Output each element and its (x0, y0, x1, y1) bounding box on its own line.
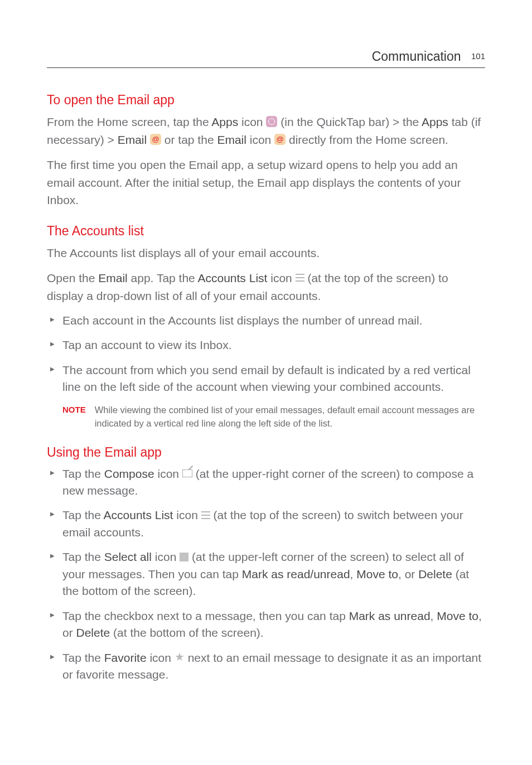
text-run: icon (267, 272, 295, 284)
text-emphasis-move-to: Move to (437, 609, 478, 622)
list-item: The account from which you send email by… (50, 362, 485, 396)
text-run: icon (246, 133, 274, 146)
text-emphasis-mark-read: Mark as read/unread (242, 568, 350, 580)
text-run: icon (238, 115, 266, 128)
para-open-email-instructions: From the Home screen, tap the Apps icon … (47, 113, 485, 148)
text-emphasis-compose: Compose (104, 467, 154, 480)
accounts-bullet-list: Each account in the Accounts list displa… (50, 312, 485, 396)
text-run: or tap the (161, 133, 217, 146)
text-run: icon (173, 509, 201, 521)
list-item: Tap an account to view its Inbox. (50, 337, 485, 354)
text-run: Tap the checkbox next to a message, then… (62, 609, 349, 622)
text-run: (at the bottom of the screen). (110, 626, 263, 639)
list-item: Tap the Favorite icon ★ next to an email… (50, 650, 485, 684)
text-run: (in the QuickTap bar) > the (277, 115, 422, 128)
text-emphasis-accounts-list: Accounts List (197, 272, 267, 284)
note-label: NOTE (62, 404, 86, 414)
text-run: Open the (47, 272, 98, 284)
text-emphasis-select-all: Select all (104, 550, 152, 563)
text-run: From the Home screen, tap the (47, 115, 211, 128)
text-emphasis-apps: Apps (211, 115, 238, 128)
heading-using-email: Using the Email app (47, 445, 485, 460)
text-emphasis-move-to: Move to (356, 568, 398, 580)
list-item: Tap the Accounts List icon (at the top o… (50, 507, 485, 541)
select-all-icon (180, 553, 188, 561)
list-item: Each account in the Accounts list displa… (50, 312, 485, 329)
text-emphasis-accounts-list: Accounts List (104, 509, 173, 521)
para-first-time-setup: The first time you open the Email app, a… (47, 156, 485, 209)
list-item: Tap the checkbox next to a message, then… (50, 608, 485, 642)
text-emphasis-email-icon: Email (217, 133, 246, 146)
text-run: Tap the (62, 467, 104, 480)
heading-accounts-list: The Accounts list (47, 224, 485, 239)
note-text: While viewing the combined list of your … (95, 404, 485, 430)
document-page: Communication 101 To open the Email app … (0, 0, 532, 714)
text-emphasis-delete: Delete (76, 626, 110, 639)
text-run: icon (154, 467, 182, 480)
text-emphasis-delete: Delete (418, 568, 452, 580)
page-number: 101 (471, 51, 485, 61)
list-icon (296, 274, 304, 282)
page-header: Communication 101 (47, 49, 485, 68)
text-run: Tap the (62, 509, 104, 521)
text-run: icon (147, 651, 175, 664)
list-item: Tap the Select all icon (at the upper-le… (50, 549, 485, 599)
para-accounts-intro: The Accounts list displays all of your e… (47, 244, 485, 262)
email-icon (274, 134, 286, 145)
text-emphasis-email-app: Email (98, 272, 128, 284)
text-emphasis-favorite: Favorite (104, 651, 147, 664)
star-icon: ★ (175, 649, 185, 665)
note-block: NOTE While viewing the combined list of … (47, 404, 485, 430)
para-open-accounts: Open the Email app. Tap the Accounts Lis… (47, 269, 485, 304)
text-emphasis-apps-tab: Apps (422, 115, 448, 128)
text-emphasis-mark-unread: Mark as unread (349, 609, 431, 622)
text-run: , or (398, 568, 418, 580)
heading-open-email: To open the Email app (47, 93, 485, 108)
list-item: Tap the Compose icon (at the upper-right… (50, 466, 485, 500)
text-run: directly from the Home screen. (286, 133, 448, 146)
email-icon (150, 134, 161, 145)
text-run: , (350, 568, 357, 580)
compose-icon (182, 469, 192, 477)
text-run: Tap the (62, 550, 104, 563)
text-run: app. Tap the (128, 272, 198, 284)
header-title: Communication (372, 49, 461, 64)
text-run: Tap the (62, 651, 104, 664)
text-run: , (431, 609, 437, 622)
using-email-bullet-list: Tap the Compose icon (at the upper-right… (50, 466, 485, 684)
list-icon (201, 511, 210, 519)
apps-icon (266, 116, 277, 127)
text-run: icon (152, 550, 180, 563)
text-emphasis-email: Email (118, 133, 147, 146)
